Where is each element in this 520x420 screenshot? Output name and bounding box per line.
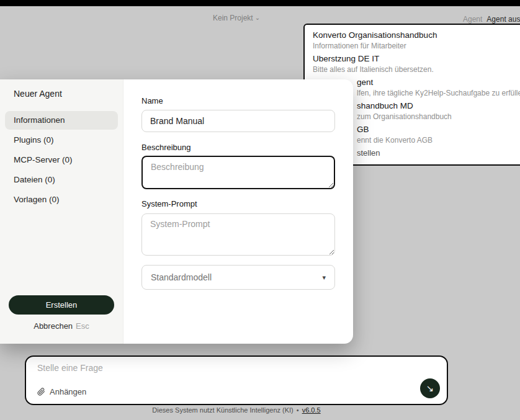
agent-selector[interactable]: Agent auswählen (486, 15, 520, 24)
agent-dropdown-item[interactable]: Uberstzung DE IT Bitte alles auf Italien… (305, 54, 520, 74)
top-border (0, 0, 520, 6)
cancel-label: Abbrechen (34, 321, 73, 331)
attach-label: Anhängen (50, 387, 86, 396)
name-label: Name (141, 96, 335, 105)
cancel-button[interactable]: AbbrechenEsc (0, 321, 123, 331)
name-field[interactable] (141, 110, 335, 132)
agent-label: Agent (463, 15, 482, 24)
new-agent-modal: Neuer Agent Informationen Plugins (0) MC… (0, 79, 353, 344)
sidebar-item-plugins[interactable]: Plugins (0) (5, 131, 118, 150)
agent-item-title: GB (357, 125, 520, 135)
agent-dropdown-item[interactable]: Konverto Organisationshandbuch Informati… (305, 30, 520, 50)
system-prompt-field[interactable] (141, 213, 335, 256)
footer-disclaimer: Dieses System nutzt Künstliche Intellige… (152, 406, 293, 414)
agent-item-subtitle: Informationen für Mitarbeiter (313, 42, 520, 50)
chevron-down-icon: ▾ (322, 274, 326, 282)
modal-sidebar: Neuer Agent Informationen Plugins (0) MC… (0, 79, 123, 344)
create-button[interactable]: Erstellen (9, 295, 114, 315)
model-select-value: Standardmodell (151, 272, 212, 282)
agent-item-subtitle: lfen, ihre tägliche Ky2Help-Suchaufgabe … (357, 89, 520, 97)
sidebar-item-dateien[interactable]: Dateien (0) (5, 171, 118, 189)
agent-item-title: shandbuch MD (357, 101, 520, 111)
sidebar-item-mcp-server[interactable]: MCP-Server (0) (5, 151, 118, 169)
chevron-down-icon: ⌄ (255, 14, 260, 21)
send-button[interactable]: ↘ (420, 378, 440, 398)
send-arrow-icon: ↘ (426, 383, 434, 394)
app-screen: Kein Projekt⌄ AgentAgent auswählen Konve… (0, 0, 520, 420)
esc-shortcut-hint: Esc (76, 321, 89, 331)
chat-input-container: Anhängen ↘ (25, 355, 448, 405)
system-prompt-label: System-Prompt (141, 199, 335, 208)
footer: Dieses System nutzt Künstliche Intellige… (25, 406, 448, 414)
agent-item-subtitle: zum Organisationshandbuch (357, 112, 520, 121)
agent-selector-group: AgentAgent auswählen (463, 15, 520, 24)
modal-content: Name Beschreibung System-Prompt Standard… (123, 79, 353, 344)
agent-item-title: Konverto Organisationshandbuch (313, 30, 520, 40)
footer-separator: • (297, 406, 299, 414)
modal-nav: Informationen Plugins (0) MCP-Server (0)… (0, 111, 123, 209)
project-selector[interactable]: Kein Projekt⌄ (25, 14, 448, 22)
agent-item-subtitle: Bitte alles auf Italienisch übersetzen. (313, 65, 520, 74)
sidebar-item-vorlagen[interactable]: Vorlagen (0) (5, 190, 118, 209)
description-label: Beschreibung (141, 143, 335, 152)
model-select[interactable]: Standardmodell ▾ (141, 265, 335, 290)
sidebar-item-informationen[interactable]: Informationen (5, 111, 118, 130)
description-field[interactable] (141, 156, 335, 189)
version-link[interactable]: v6.0.5 (302, 406, 321, 414)
agent-item-title: Uberstzung DE IT (313, 54, 520, 64)
agent-item-subtitle: ennt die Konverto AGB (357, 136, 520, 145)
chat-input[interactable] (37, 363, 403, 373)
paperclip-icon (37, 388, 45, 396)
modal-title: Neuer Agent (0, 79, 123, 99)
attach-button[interactable]: Anhängen (37, 387, 86, 396)
agent-item-title: gent (357, 78, 520, 87)
project-selector-label: Kein Projekt (213, 14, 253, 22)
